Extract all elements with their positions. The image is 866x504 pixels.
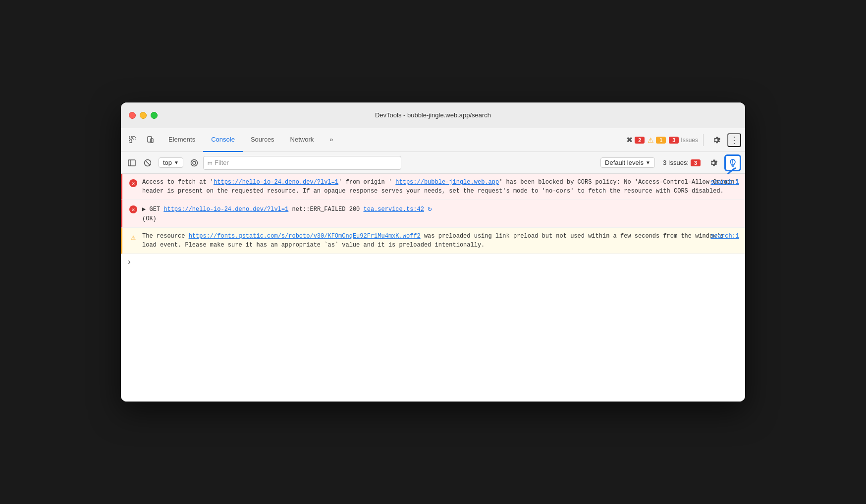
toolbar-right: ✖ 2 ⚠ 1 3 Issues ⋮ (626, 132, 741, 148)
svg-rect-1 (133, 137, 135, 139)
prompt-chevron-icon: › (127, 258, 132, 267)
title-bar: DevTools - bubble-jingle.web.app/search (121, 102, 745, 128)
context-chevron-icon: ▼ (174, 160, 179, 165)
settings-button[interactable] (708, 132, 724, 148)
error-badge[interactable]: ✖ 2 (626, 135, 645, 145)
clear-console-button[interactable] (141, 156, 155, 170)
console-prompt[interactable]: › (121, 254, 745, 271)
net-error-url[interactable]: https://hello-io-24.deno.dev/?lvl=1 (163, 206, 288, 213)
cors-error-source[interactable]: search:1 (710, 178, 739, 187)
live-expressions-button[interactable] (187, 156, 201, 170)
tab-network[interactable]: Network (282, 128, 322, 152)
lightbulb-wrapper (722, 154, 741, 171)
console-entry-cors-error: ✕ Access to fetch at 'https://hello-io-2… (121, 174, 745, 200)
tea-service-source[interactable]: tea.service.ts:42 (364, 206, 424, 213)
cors-error-url[interactable]: https://hello-io-24.deno.dev/?lvl=1 (214, 179, 338, 186)
select-element-button[interactable] (125, 132, 141, 148)
devtools-window: DevTools - bubble-jingle.web.app/search … (121, 102, 745, 402)
tab-bar: Elements Console Sources Network » (161, 128, 624, 152)
warning-badge[interactable]: ⚠ 1 (648, 136, 666, 144)
warn-count: 1 (656, 137, 666, 144)
svg-line-8 (146, 161, 150, 165)
context-selector[interactable]: top ▼ (159, 157, 183, 168)
console-content: ✕ Access to fetch at 'https://hello-io-2… (121, 174, 745, 402)
console-toolbar: top ▼ ⧦ Filter Default levels ▼ 3 Issues… (121, 152, 745, 174)
warning-icon: ⚠ (128, 232, 138, 242)
issues-toolbar-label: Issues (681, 137, 698, 144)
issues-toolbar-count: 3 (669, 137, 679, 144)
preload-warning-message: The resource https://fonts.gstatic.com/s… (142, 232, 739, 250)
svg-rect-2 (129, 140, 132, 143)
device-toolbar-button[interactable] (143, 132, 159, 148)
ai-assistance-button[interactable] (724, 154, 741, 171)
issues-badge: 3 (691, 159, 701, 166)
svg-rect-3 (148, 137, 152, 142)
cors-error-message: Access to fetch at 'https://hello-io-24.… (142, 178, 739, 196)
cors-origin-url[interactable]: https://bubble-jingle.web.app (395, 179, 499, 186)
main-toolbar: Elements Console Sources Network » ✖ 2 ⚠… (121, 128, 745, 152)
tab-console[interactable]: Console (203, 128, 243, 152)
maximize-button[interactable] (151, 112, 158, 119)
close-button[interactable] (129, 112, 136, 119)
error-icon-2: ✕ (128, 204, 138, 214)
tab-elements[interactable]: Elements (161, 128, 203, 152)
net-error-message: ▶ GET https://hello-io-24.deno.dev/?lvl=… (142, 204, 739, 223)
svg-point-10 (193, 161, 196, 164)
toolbar-divider (703, 134, 704, 146)
tab-sources[interactable]: Sources (243, 128, 282, 152)
filter-icon: ⧦ (208, 159, 213, 166)
more-options-button[interactable]: ⋮ (727, 133, 741, 147)
sidebar-toggle-button[interactable] (125, 156, 139, 170)
error-count: 2 (635, 137, 645, 144)
console-settings-button[interactable] (706, 156, 720, 170)
tab-more[interactable]: » (322, 128, 341, 152)
preload-warning-source[interactable]: search:1 (710, 232, 739, 241)
traffic-lights (129, 112, 158, 119)
net-reload-icon[interactable]: ↻ (428, 205, 432, 213)
filter-input[interactable]: ⧦ Filter (203, 156, 401, 170)
default-levels-chevron-icon: ▼ (646, 160, 650, 165)
window-title: DevTools - bubble-jingle.web.app/search (375, 111, 491, 119)
expand-icon[interactable]: ▶ (142, 206, 146, 213)
default-levels-label: Default levels (605, 159, 644, 166)
filter-placeholder: Filter (215, 159, 229, 166)
minimize-button[interactable] (140, 112, 147, 119)
error-icon-1: ✕ (128, 178, 138, 188)
issues-toolbar-badge[interactable]: 3 Issues (669, 137, 698, 144)
issues-label: 3 Issues: (663, 159, 689, 166)
default-levels-dropdown[interactable]: Default levels ▼ (600, 157, 655, 168)
context-label: top (163, 159, 172, 166)
font-url[interactable]: https://fonts.gstatic.com/s/roboto/v30/K… (189, 233, 421, 240)
svg-point-9 (191, 159, 197, 166)
console-entry-net-error: ✕ ▶ GET https://hello-io-24.deno.dev/?lv… (121, 200, 745, 228)
issues-button[interactable]: 3 Issues: 3 (663, 159, 701, 166)
svg-rect-5 (128, 160, 135, 166)
console-entry-preload-warning: ⚠ The resource https://fonts.gstatic.com… (121, 228, 745, 254)
svg-rect-0 (129, 137, 132, 139)
